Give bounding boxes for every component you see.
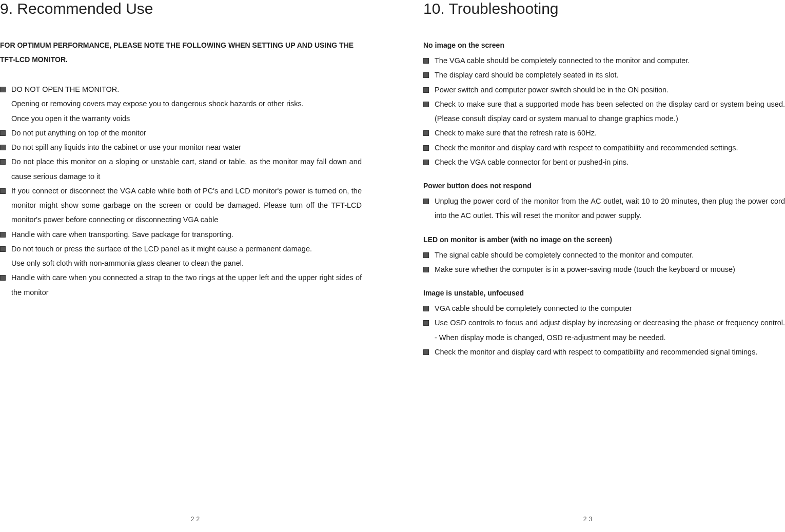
list-item: Do not place this monitor on a sloping o… bbox=[0, 154, 362, 184]
list-item: Check the VGA cable connector for bent o… bbox=[423, 155, 785, 169]
list-item: Handle with care when you connected a st… bbox=[0, 270, 362, 300]
list-item-cont: Use only soft cloth with non-ammonia gla… bbox=[0, 256, 362, 270]
left-page: 9. Recommended Use FOR OPTIMUM PERFORMAN… bbox=[0, 0, 392, 532]
section-list: The VGA cable should be completely conne… bbox=[423, 53, 785, 169]
section-title: Power button does not respond bbox=[423, 179, 785, 193]
list-item: Use OSD controls to focus and adjust dis… bbox=[423, 316, 785, 345]
section-title: LED on monitor is amber (with no image o… bbox=[423, 232, 785, 247]
section-list: Unplug the power cord of the monitor fro… bbox=[423, 194, 785, 223]
left-bullet-list: Do not put anything on top of the monito… bbox=[0, 126, 362, 256]
list-item: Do not put anything on top of the monito… bbox=[0, 126, 362, 140]
list-item: The display card should be completely se… bbox=[423, 68, 785, 82]
list-item: Do not touch or press the surface of the… bbox=[0, 242, 362, 256]
list-item: Power switch and computer power switch s… bbox=[423, 83, 785, 97]
left-heading: 9. Recommended Use bbox=[0, 0, 362, 17]
section-list: The signal cable should be completely co… bbox=[423, 248, 785, 277]
left-page-number: 22 bbox=[191, 516, 202, 523]
list-item: DO NOT OPEN THE MONITOR. bbox=[0, 82, 362, 96]
left-intro: FOR OPTIMUM PERFORMANCE, PLEASE NOTE THE… bbox=[0, 38, 362, 67]
list-item-cont: Opening or removing covers may expose yo… bbox=[0, 96, 362, 111]
left-bullet-list: Handle with care when you connected a st… bbox=[0, 270, 362, 300]
list-item-cont: Once you open it the warranty voids bbox=[0, 111, 362, 126]
right-page: 10. Troubleshooting No image on the scre… bbox=[392, 0, 785, 532]
list-item: The signal cable should be completely co… bbox=[423, 248, 785, 262]
right-heading: 10. Troubleshooting bbox=[423, 0, 785, 17]
list-item: Check to make sure that the refresh rate… bbox=[423, 126, 785, 140]
list-item: Check the monitor and display card with … bbox=[423, 141, 785, 155]
list-item: The VGA cable should be completely conne… bbox=[423, 53, 785, 68]
list-item: Handle with care when transporting. Save… bbox=[0, 227, 362, 242]
section-title: No image on the screen bbox=[423, 38, 785, 52]
section-title: Image is unstable, unfocused bbox=[423, 286, 785, 300]
list-item: Do not spill any liquids into the cabine… bbox=[0, 140, 362, 154]
list-item: Unplug the power cord of the monitor fro… bbox=[423, 194, 785, 223]
list-item: If you connect or disconnect the VGA cab… bbox=[0, 184, 362, 227]
list-item: Check to make sure that a supported mode… bbox=[423, 97, 785, 126]
list-item: Make sure whether the computer is in a p… bbox=[423, 262, 785, 277]
list-item: VGA cable should be completely connected… bbox=[423, 301, 785, 316]
list-item: Check the monitor and display card with … bbox=[423, 345, 785, 359]
left-bullet-list: DO NOT OPEN THE MONITOR. bbox=[0, 82, 362, 96]
section-list: VGA cable should be completely connected… bbox=[423, 301, 785, 359]
right-page-number: 23 bbox=[583, 516, 594, 523]
